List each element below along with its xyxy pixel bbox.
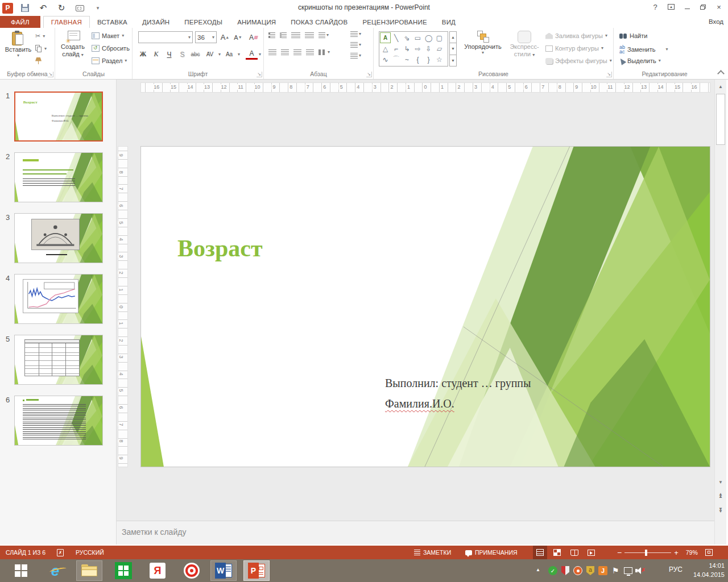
convert-smartart-button[interactable]: ▾	[350, 53, 361, 59]
rectangle-shape[interactable]: ▭	[412, 32, 423, 43]
font-color-button[interactable]: А	[246, 49, 258, 60]
right-arrow-shape[interactable]: ⇨	[412, 43, 423, 54]
numbering-button[interactable]	[280, 32, 287, 38]
help-button[interactable]: ?	[647, 0, 663, 14]
shape-effects-button[interactable]: Эффекты фигуры▾	[545, 57, 612, 64]
slide-thumbnail-4[interactable]: 4	[0, 274, 117, 326]
quick-styles-button[interactable]: Экспресс- стили ▾	[506, 31, 543, 58]
tab-дизайн[interactable]: ДИЗАЙН	[135, 16, 177, 28]
font-name-combobox[interactable]: ▾	[138, 31, 193, 43]
replace-button[interactable]: abac Заменить▾	[619, 45, 668, 54]
taskbar-start-button[interactable]	[8, 560, 34, 581]
taskbar-internet-explorer[interactable]: e	[42, 560, 68, 581]
justify-button[interactable]	[306, 49, 314, 55]
font-dialog-launcher[interactable]: ↘	[257, 72, 262, 77]
select-button[interactable]: Выделить▾	[619, 57, 661, 64]
tab-главная[interactable]: ГЛАВНАЯ	[43, 16, 90, 28]
minimize-button[interactable]	[679, 0, 695, 14]
align-right-button[interactable]	[293, 49, 301, 55]
previous-slide-button[interactable]: ▲▲	[716, 492, 725, 501]
star-shape[interactable]: ☆	[434, 54, 445, 65]
taskbar-clock[interactable]: 14:01 14.04.2015	[693, 561, 725, 579]
scroll-down-button[interactable]: ▼	[716, 477, 725, 487]
shadow-button[interactable]: S	[176, 48, 188, 60]
oval-shape[interactable]: ◯	[423, 32, 434, 43]
save-icon[interactable]	[19, 2, 31, 14]
slide-thumbnail-5[interactable]: 5	[0, 335, 117, 387]
undo-icon[interactable]: ↶	[37, 2, 49, 14]
sign-in-link[interactable]: Вход	[709, 18, 723, 25]
tab-вставка[interactable]: ВСТАВКА	[90, 16, 135, 28]
gallery-down-button[interactable]: ▼	[449, 43, 457, 55]
right-brace-shape[interactable]: }	[423, 54, 434, 65]
slide-number-indicator[interactable]: СЛАЙД 1 ИЗ 6	[6, 546, 46, 559]
taskbar-file-explorer[interactable]	[76, 560, 102, 581]
horizontal-ruler[interactable]: 1615141312111098765432101234567891011121…	[140, 82, 710, 93]
tray-flag-icon[interactable]: ⚑	[610, 565, 621, 576]
taskbar-windows-store[interactable]	[110, 560, 136, 581]
scroll-up-button[interactable]: ▲	[716, 82, 725, 91]
paste-button[interactable]: Вставить ▾	[5, 31, 32, 58]
tray-record-icon[interactable]	[572, 565, 584, 576]
notes-pane[interactable]: Заметки к слайду	[117, 521, 714, 544]
next-slide-button[interactable]: ▼▼	[716, 507, 725, 516]
format-painter-button[interactable]	[35, 57, 42, 64]
align-left-button[interactable]	[268, 49, 276, 55]
slide-subtitle-line1[interactable]: Выполнил: студент … группы	[385, 377, 531, 390]
shape-fill-button[interactable]: Заливка фигуры▾	[545, 32, 607, 39]
font-size-combobox[interactable]: 36▾	[195, 31, 217, 43]
close-button[interactable]: ×	[711, 0, 727, 14]
tray-java-icon[interactable]: J	[597, 565, 609, 576]
ribbon-display-options-button[interactable]: ▴	[663, 0, 679, 14]
align-text-button[interactable]: ▾	[350, 42, 361, 48]
callout-shape[interactable]: ▱	[434, 43, 445, 54]
grow-font-button[interactable]: А▲	[219, 31, 231, 43]
line-shape[interactable]: ╲	[391, 32, 402, 43]
italic-button[interactable]: К	[150, 48, 162, 60]
scribble-shape[interactable]: ∿	[380, 54, 391, 65]
elbow-arrow-shape[interactable]: ↳	[402, 43, 412, 54]
zoom-level[interactable]: 79%	[686, 549, 698, 556]
copy-button[interactable]: ▾	[35, 45, 47, 52]
language-indicator[interactable]: РУССКИЙ	[76, 546, 104, 559]
slide-canvas[interactable]: Возраст Выполнил: студент … группы Фамил…	[140, 146, 710, 467]
drawing-dialog-launcher[interactable]: ↘	[606, 72, 612, 77]
bold-button[interactable]: Ж	[137, 48, 149, 60]
qat-menu-icon[interactable]: ▾	[92, 2, 104, 14]
paragraph-dialog-launcher[interactable]: ↘	[366, 72, 372, 77]
redo-icon[interactable]: ↻	[55, 2, 68, 14]
triangle-shape[interactable]: △	[380, 43, 391, 54]
comments-toggle-button[interactable]: ПРИМЕЧАНИЯ	[465, 546, 518, 559]
arc-shape[interactable]: ⌒	[391, 54, 402, 65]
tray-amigo-icon[interactable]: a	[585, 565, 596, 576]
cut-button[interactable]: ✂▾	[35, 32, 45, 40]
slide-thumbnail-6[interactable]: 6	[0, 396, 117, 448]
screen-clip-icon[interactable]	[73, 2, 86, 14]
scrollbar-thumb[interactable]	[716, 94, 725, 145]
reading-view-button[interactable]	[567, 546, 581, 559]
normal-view-button[interactable]	[533, 546, 547, 559]
arrow-shape[interactable]: ⇘	[402, 32, 412, 43]
slide-thumbnail-3[interactable]: 3	[0, 213, 117, 265]
restore-button[interactable]	[695, 0, 711, 14]
underline-button[interactable]: Ч	[163, 48, 175, 60]
strikethrough-button[interactable]: abc	[189, 48, 201, 60]
spellcheck-indicator[interactable]: ✗	[57, 546, 64, 559]
tab-переходы[interactable]: ПЕРЕХОДЫ	[177, 16, 230, 28]
zoom-slider-thumb[interactable]	[645, 550, 647, 556]
tray-defender-icon[interactable]	[560, 565, 571, 576]
taskbar-yandex-browser[interactable]	[179, 560, 205, 581]
tab-анимация[interactable]: АНИМАЦИЯ	[230, 16, 283, 28]
notes-toggle-button[interactable]: ЗАМЕТКИ	[414, 546, 451, 559]
find-button[interactable]: Найти	[619, 32, 647, 39]
bullets-button[interactable]	[268, 32, 275, 38]
tab-файл[interactable]: ФАЙЛ	[0, 16, 40, 28]
line-spacing-button[interactable]: ▾	[318, 32, 329, 38]
tray-network-icon[interactable]	[622, 565, 634, 576]
columns-button[interactable]: ▾	[318, 49, 330, 55]
clear-formatting-button[interactable]: А	[247, 31, 259, 43]
down-arrow-shape[interactable]: ⇩	[423, 43, 434, 54]
collapse-ribbon-button[interactable]	[717, 70, 725, 77]
slide-sorter-button[interactable]	[550, 546, 564, 559]
gallery-up-button[interactable]: ▲	[449, 31, 457, 43]
